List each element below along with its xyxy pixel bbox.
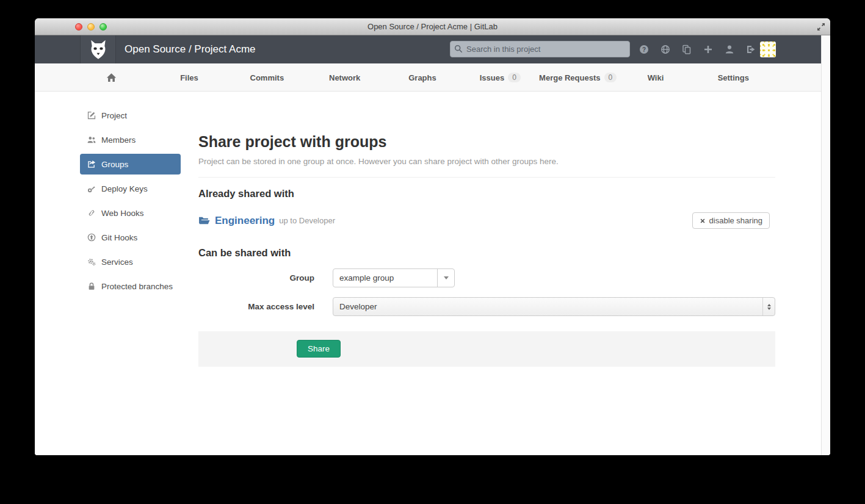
sidebar-item-members[interactable]: Members (80, 129, 181, 150)
group-form-row: Group example group (198, 268, 775, 287)
scrollbar-track[interactable] (821, 35, 830, 455)
help-icon[interactable]: ? (639, 45, 649, 54)
share-button[interactable]: Share (297, 340, 341, 358)
nav-item-wiki[interactable]: Wiki (617, 63, 694, 92)
search-input[interactable] (450, 41, 630, 57)
window-title: Open Source / Project Acme | GitLab (35, 18, 830, 35)
globe-icon[interactable] (661, 45, 670, 54)
fullscreen-icon[interactable] (816, 21, 827, 32)
sign-out-icon[interactable] (746, 45, 756, 54)
desktop: Open Source / Project Acme | GitLab Open… (0, 0, 865, 504)
max-access-level-select[interactable]: Developer (333, 297, 775, 316)
search-box (450, 41, 630, 57)
nav-item-home[interactable] (73, 63, 150, 92)
form-actions: Share (198, 331, 775, 367)
pencil-square-icon (87, 111, 96, 120)
svg-text:?: ? (642, 46, 646, 53)
nav-item-files[interactable]: Files (150, 63, 228, 92)
shared-access-note: up to Developer (279, 216, 335, 225)
sidebar-item-groups[interactable]: Groups (80, 154, 181, 175)
disable-sharing-button[interactable]: disable sharing (692, 212, 770, 229)
max-access-level-label: Max access level (198, 302, 314, 311)
group-select[interactable]: example group (333, 268, 455, 287)
user-avatar[interactable] (760, 41, 776, 57)
x-icon (700, 218, 706, 224)
sidebar-item-web-hooks[interactable]: Web Hooks (80, 203, 181, 223)
select-updown-arrows-icon (762, 298, 775, 315)
search-icon (454, 45, 463, 53)
lock-icon (87, 282, 96, 290)
shared-group-row: Engineering up to Developer disable shar… (198, 212, 775, 229)
folder-open-icon (198, 215, 210, 226)
sidebar-item-git-hooks[interactable]: Git Hooks (80, 227, 181, 248)
window-titlebar: Open Source / Project Acme | GitLab (35, 18, 830, 35)
nav-item-settings[interactable]: Settings (695, 63, 772, 92)
can-be-shared-heading: Can be shared with (198, 247, 775, 259)
share-icon (87, 160, 96, 168)
max-access-level-value: Developer (333, 302, 762, 311)
nav-item-merge-requests[interactable]: Merge Requests 0 (539, 63, 617, 92)
project-breadcrumb-title: Open Source / Project Acme (125, 35, 256, 63)
gears-icon (87, 257, 96, 266)
shared-group-link[interactable]: Engineering (215, 215, 275, 227)
merge-requests-count-badge: 0 (604, 73, 617, 82)
group-select-arrow (437, 269, 454, 287)
chevron-down-icon (444, 276, 449, 279)
group-label: Group (198, 273, 314, 283)
user-icon[interactable] (725, 45, 734, 54)
circle-arrow-up-icon (87, 233, 96, 242)
app-window: Open Source / Project Acme | GitLab Open… (35, 18, 830, 455)
sidebar-item-deploy-keys[interactable]: Deploy Keys (80, 178, 181, 199)
nav-item-network[interactable]: Network (306, 63, 383, 92)
app-header: Open Source / Project Acme ? (35, 35, 830, 63)
divider (198, 177, 775, 178)
settings-sidebar: Project Members Groups (80, 105, 181, 300)
nav-item-graphs[interactable]: Graphs (383, 63, 461, 92)
content-area: Project Members Groups (35, 92, 821, 455)
project-nav: Files Commits Network Graphs Issues 0 Me… (35, 63, 821, 92)
key-icon (87, 184, 96, 193)
issues-count-badge: 0 (508, 73, 521, 82)
already-shared-heading: Already shared with (198, 188, 775, 200)
home-icon (106, 73, 117, 83)
page-title: Share project with groups (198, 133, 775, 151)
nav-item-commits[interactable]: Commits (228, 63, 306, 92)
main-panel: Share project with groups Project can be… (198, 92, 775, 367)
page-subtitle: Project can be stored in one group at on… (198, 157, 775, 166)
copy-icon[interactable] (682, 45, 692, 54)
access-level-form-row: Max access level Developer (198, 297, 775, 316)
header-icon-bar: ? (639, 35, 756, 63)
users-icon (87, 135, 96, 144)
nav-item-issues[interactable]: Issues 0 (461, 63, 539, 92)
sidebar-item-services[interactable]: Services (80, 251, 181, 272)
link-icon (87, 209, 96, 217)
sidebar-item-protected-branches[interactable]: Protected branches (80, 276, 181, 297)
plus-icon[interactable] (703, 45, 713, 54)
gitlab-fox-logo-icon (87, 38, 109, 60)
group-select-value: example group (333, 273, 437, 283)
gitlab-logo[interactable] (80, 35, 116, 63)
sidebar-item-project[interactable]: Project (80, 105, 181, 126)
